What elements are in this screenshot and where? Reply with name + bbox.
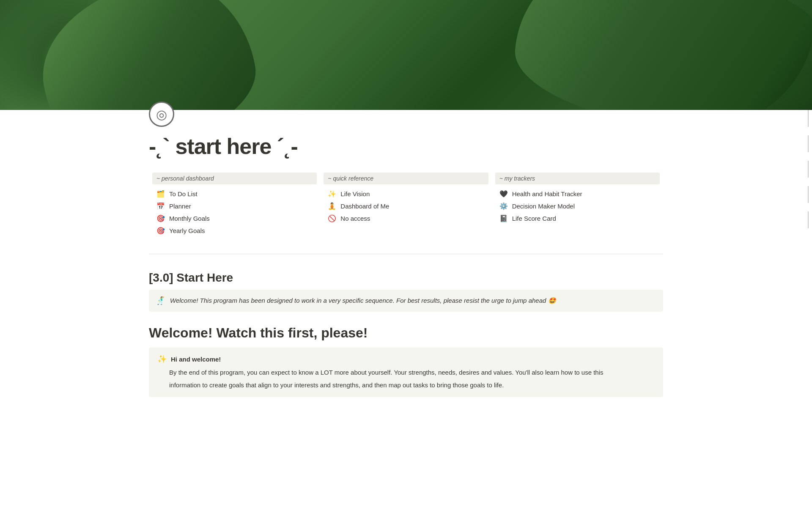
planner-item[interactable]: 📅 Planner xyxy=(152,200,317,212)
life-vision-label: Life Vision xyxy=(340,190,370,197)
health-habit-tracker-label: Health and Habit Tracker xyxy=(512,190,582,197)
welcome-callout-icon: ✨ xyxy=(157,354,167,364)
my-trackers-column: ~ my trackers 🖤 Health and Habit Tracker… xyxy=(492,173,663,237)
monthly-goals-icon: 🎯 xyxy=(156,214,165,222)
life-score-card-icon: 📓 xyxy=(499,214,508,222)
navigation-grid: ~ personal dashboard 🗂️ To Do List 📅 Pla… xyxy=(149,173,663,254)
welcome-callout-body-1: By the end of this program, you can expe… xyxy=(157,367,655,378)
yearly-goals-icon: 🎯 xyxy=(156,227,165,235)
welcome-callout-body-2: information to create goals that align t… xyxy=(157,380,655,391)
life-vision-item[interactable]: ✨ Life Vision xyxy=(324,188,488,200)
dashboard-of-me-label: Dashboard of Me xyxy=(340,203,389,210)
hero-banner xyxy=(0,0,812,110)
planner-label: Planner xyxy=(169,203,191,210)
start-here-callout-icon: 🕺 xyxy=(156,296,165,305)
monthly-goals-label: Monthly Goals xyxy=(169,215,210,222)
life-score-card-item[interactable]: 📓 Life Score Card xyxy=(495,212,660,225)
yearly-goals-item[interactable]: 🎯 Yearly Goals xyxy=(152,225,317,237)
no-access-icon: 🚫 xyxy=(328,214,336,222)
page-icon xyxy=(149,101,174,127)
scrollbar-track xyxy=(809,110,812,279)
todo-list-label: To Do List xyxy=(169,190,198,197)
health-habit-tracker-icon: 🖤 xyxy=(499,190,508,198)
life-score-card-label: Life Score Card xyxy=(512,215,556,222)
health-habit-tracker-item[interactable]: 🖤 Health and Habit Tracker xyxy=(495,188,660,200)
page-content: -˛` start here ´˛- ~ personal dashboard … xyxy=(110,101,702,397)
welcome-callout-title: Hi and welcome! xyxy=(171,356,221,363)
quick-reference-column: ~ quick reference ✨ Life Vision 🧘 Dashbo… xyxy=(320,173,491,237)
yearly-goals-label: Yearly Goals xyxy=(169,227,205,234)
welcome-heading: Welcome! Watch this first, please! xyxy=(149,325,663,341)
no-access-item[interactable]: 🚫 No access xyxy=(324,212,488,225)
life-vision-icon: ✨ xyxy=(328,190,336,198)
quick-reference-header: ~ quick reference xyxy=(324,173,488,184)
decision-maker-model-label: Decision Maker Model xyxy=(512,203,575,210)
scrollbar-marker xyxy=(808,161,809,178)
dashboard-of-me-item[interactable]: 🧘 Dashboard of Me xyxy=(324,200,488,212)
scrollbar-marker xyxy=(808,110,809,127)
monthly-goals-item[interactable]: 🎯 Monthly Goals xyxy=(152,212,317,225)
leaf-decoration-2 xyxy=(510,0,812,110)
todo-list-icon: 🗂️ xyxy=(156,190,165,198)
personal-dashboard-column: ~ personal dashboard 🗂️ To Do List 📅 Pla… xyxy=(149,173,320,237)
scrollbar-marker xyxy=(808,211,809,228)
personal-dashboard-header: ~ personal dashboard xyxy=(152,173,317,184)
planner-icon: 📅 xyxy=(156,202,165,210)
start-here-callout-text: Welcome! This program has been designed … xyxy=(170,296,556,306)
dashboard-of-me-icon: 🧘 xyxy=(328,202,336,210)
scrollbar-marker xyxy=(808,186,809,203)
no-access-label: No access xyxy=(340,215,370,222)
scrollbar-marker xyxy=(808,135,809,152)
page-title: -˛` start here ´˛- xyxy=(149,134,663,159)
decision-maker-model-icon: ⚙️ xyxy=(499,202,508,210)
start-here-heading: [3.0] Start Here xyxy=(149,271,663,285)
leaf-decoration-1 xyxy=(29,0,267,110)
decision-maker-model-item[interactable]: ⚙️ Decision Maker Model xyxy=(495,200,660,212)
start-here-callout: 🕺 Welcome! This program has been designe… xyxy=(149,290,663,312)
todo-list-item[interactable]: 🗂️ To Do List xyxy=(152,188,317,200)
welcome-callout: ✨ Hi and welcome! By the end of this pro… xyxy=(149,348,663,397)
welcome-callout-header: ✨ Hi and welcome! xyxy=(157,354,655,364)
my-trackers-header: ~ my trackers xyxy=(495,173,660,184)
